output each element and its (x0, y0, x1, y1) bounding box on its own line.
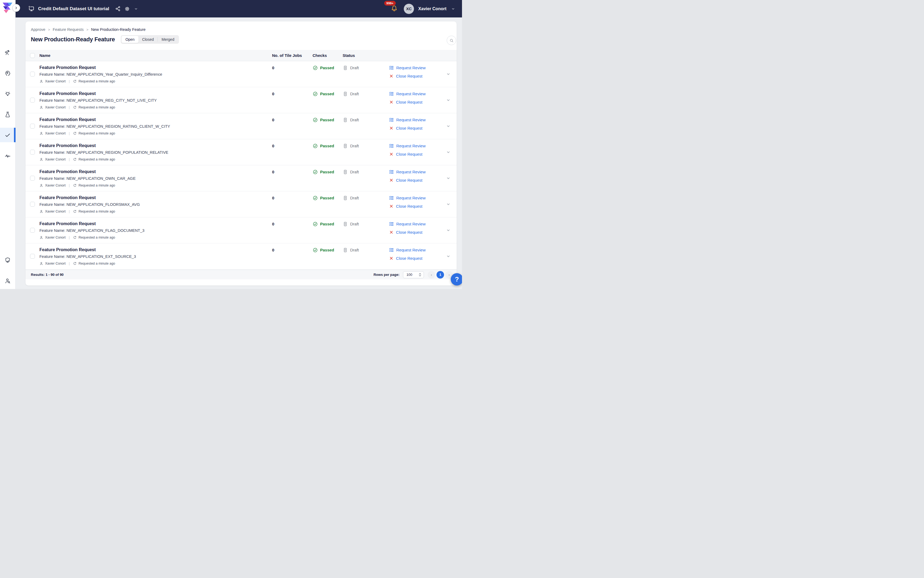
notifications-button[interactable]: 999+ (391, 5, 398, 13)
avatar[interactable]: XC (404, 4, 414, 14)
row-checkbox[interactable] (30, 254, 35, 259)
close-request-button[interactable]: Close Request (389, 74, 422, 78)
actions-cell: Request Review Close Request (389, 191, 440, 217)
request-review-button[interactable]: Request Review (389, 221, 426, 226)
request-review-button[interactable]: Request Review (389, 247, 426, 252)
tab-merged[interactable]: Merged (158, 36, 178, 43)
request-meta: Xavier Conort | Requested a minute ago (39, 261, 272, 265)
tab-closed[interactable]: Closed (138, 36, 158, 43)
row-checkbox[interactable] (30, 150, 35, 154)
close-x-icon (389, 256, 394, 261)
search-icon (449, 38, 454, 43)
expand-row-button[interactable] (444, 122, 452, 130)
expand-row-button[interactable] (444, 174, 452, 182)
expand-row-button[interactable] (444, 96, 452, 104)
expand-row-button[interactable] (444, 253, 452, 260)
requested-time: Requested a minute ago (79, 80, 115, 83)
expand-row-button[interactable] (444, 148, 452, 156)
status-badge: Draft (350, 169, 359, 174)
column-status: Status (343, 53, 389, 58)
row-checkbox[interactable] (30, 228, 35, 233)
close-request-button[interactable]: Close Request (389, 126, 422, 130)
table-row: Feature Promotion Request Feature Name: … (26, 191, 457, 218)
checks-status: Passed (320, 169, 334, 174)
sidebar-expand-button[interactable] (12, 4, 20, 12)
breadcrumb-feature-requests[interactable]: Feature Requests (53, 28, 84, 32)
actions-cell: Request Review Close Request (389, 218, 440, 243)
chevron-right-icon (14, 6, 18, 10)
requester: Xavier Conort (45, 157, 65, 161)
close-x-icon (389, 178, 394, 182)
sidebar-item-activity[interactable] (0, 148, 16, 163)
expand-row-button[interactable] (444, 226, 452, 234)
request-title: Feature Promotion Request (39, 169, 272, 175)
close-request-button[interactable]: Close Request (389, 100, 422, 104)
breadcrumb-approve[interactable]: Approve (31, 28, 45, 32)
sidebar-item-security[interactable] (0, 253, 16, 267)
featurebyte-logo[interactable] (2, 2, 14, 14)
request-review-button[interactable]: Request Review (389, 65, 426, 70)
requester: Xavier Conort (45, 106, 65, 109)
row-checkbox[interactable] (30, 124, 35, 128)
person-icon (39, 235, 43, 239)
row-checkbox[interactable] (30, 71, 35, 76)
expand-row-button[interactable] (444, 200, 452, 208)
sidebar-item-insights[interactable] (0, 86, 16, 101)
close-x-icon (389, 74, 394, 78)
tab-open[interactable]: Open (122, 36, 138, 43)
expand-row-button[interactable] (444, 70, 452, 78)
request-meta: Xavier Conort | Requested a minute ago (39, 183, 272, 187)
status-badge: Draft (350, 91, 359, 96)
request-review-button[interactable]: Request Review (389, 143, 426, 148)
settings-button[interactable] (124, 6, 130, 12)
close-request-button[interactable]: Close Request (389, 256, 422, 261)
sidebar-item-explore[interactable] (0, 45, 16, 60)
help-button[interactable]: ? (451, 273, 462, 286)
close-request-button[interactable]: Close Request (389, 178, 422, 182)
row-checkbox[interactable] (30, 176, 35, 180)
request-review-button[interactable]: Request Review (389, 117, 426, 122)
checklist-icon (389, 143, 394, 148)
rows-per-page-label: Rows per page: (373, 273, 399, 277)
user-menu-button[interactable] (451, 6, 456, 11)
row-checkbox[interactable] (30, 98, 35, 102)
request-title: Feature Promotion Request (39, 117, 272, 123)
requester: Xavier Conort (45, 183, 65, 187)
share-button[interactable] (115, 6, 121, 11)
requested-time: Requested a minute ago (79, 261, 115, 265)
request-meta: Xavier Conort | Requested a minute ago (39, 157, 272, 161)
search-button[interactable] (447, 36, 456, 45)
close-request-button[interactable]: Close Request (389, 204, 422, 208)
refresh-icon (73, 235, 77, 239)
table-row: Feature Promotion Request Feature Name: … (26, 244, 457, 270)
sidebar-item-user-search[interactable] (0, 273, 16, 288)
lightbulb-icon (4, 91, 11, 97)
requester: Xavier Conort (45, 235, 65, 239)
request-review-button[interactable]: Request Review (389, 169, 426, 174)
actions-cell: Request Review Close Request (389, 61, 440, 87)
chevron-down-icon (451, 6, 456, 11)
project-title: Credit Default Dataset UI tutorial (38, 6, 109, 11)
request-title: Feature Promotion Request (39, 247, 272, 253)
request-title: Feature Promotion Request (39, 195, 272, 201)
current-page-button[interactable]: 1 (436, 271, 444, 279)
sidebar-item-modeling[interactable] (0, 66, 16, 80)
rows-per-page-select[interactable]: 100 (403, 271, 424, 278)
person-icon (39, 261, 43, 265)
close-request-button[interactable]: Close Request (389, 152, 422, 156)
prev-page-button[interactable]: ‹ (428, 271, 435, 279)
stepper-icon (418, 273, 421, 277)
row-checkbox[interactable] (30, 202, 35, 207)
draft-document-icon (343, 247, 348, 253)
select-all-checkbox[interactable] (30, 53, 35, 58)
sidebar-item-experiments[interactable] (0, 107, 16, 122)
checklist-icon (389, 65, 394, 70)
request-review-button[interactable]: Request Review (389, 195, 426, 200)
request-meta: Xavier Conort | Requested a minute ago (39, 235, 272, 239)
requested-time: Requested a minute ago (79, 209, 115, 213)
close-request-button[interactable]: Close Request (389, 230, 422, 235)
request-review-button[interactable]: Request Review (389, 91, 426, 96)
project-menu-button[interactable] (134, 6, 138, 11)
person-icon (39, 132, 43, 135)
sidebar-item-approve[interactable] (0, 128, 16, 142)
